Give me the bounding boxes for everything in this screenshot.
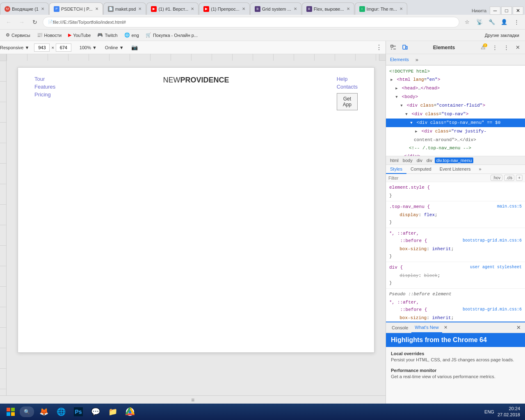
tab-close-btn[interactable]: ✕ bbox=[294, 7, 297, 11]
taskbar-folder[interactable]: 📁 bbox=[105, 404, 121, 419]
inspect-btn[interactable] bbox=[388, 43, 398, 52]
pseudo-selector: *, ::after, ::before { bootstrap-grid.mi… bbox=[389, 299, 522, 313]
devtools-tabs-more[interactable]: » bbox=[413, 57, 421, 63]
tree-comment1[interactable]: <!-- /.top-nav_menu --> bbox=[386, 144, 525, 152]
start-button[interactable] bbox=[2, 404, 20, 419]
get-app-btn[interactable]: Get App bbox=[337, 93, 358, 110]
bottom-panel-close[interactable]: ✕ bbox=[514, 324, 523, 332]
taskbar-search[interactable]: 🔍 bbox=[20, 406, 34, 417]
reload-btn[interactable]: ↻ bbox=[30, 17, 40, 27]
address-bar[interactable]: 📄 file:///E:/Site/To/portfolio/indext.ht… bbox=[43, 17, 459, 27]
tab-close-btn[interactable]: ✕ bbox=[347, 7, 350, 11]
tree-row[interactable]: ▶ <div class="row justify- bbox=[386, 127, 525, 136]
viewport-menu-btn[interactable]: ⋮ bbox=[376, 43, 382, 51]
bookmark-youtube[interactable]: ▶ YouTube bbox=[66, 32, 93, 39]
filter-add[interactable]: + bbox=[516, 175, 523, 181]
pricing-link[interactable]: Pricing bbox=[34, 91, 55, 98]
contacts-link[interactable]: Contacts bbox=[337, 84, 358, 90]
breadcrumb-active[interactable]: div.top-nav_menu bbox=[435, 158, 474, 163]
tab-yt2[interactable]: ▶ (1) Препрос... ✕ bbox=[199, 2, 250, 15]
devtools-more-btn[interactable]: ⋮ bbox=[501, 43, 511, 52]
tree-topnavmenu[interactable]: ▼ <div class="top-nav_menu" == $0 bbox=[386, 119, 525, 127]
taskbar-photoshop[interactable]: Ps bbox=[70, 404, 87, 419]
close-devtools-btn[interactable]: ✕ bbox=[513, 43, 523, 52]
tree-topnav[interactable]: ▼ <div class="top-nav"> bbox=[386, 110, 525, 119]
topnavmenu-source[interactable]: main.css:5 bbox=[497, 203, 522, 210]
zoom-select[interactable]: 100% ▼ bbox=[80, 45, 97, 50]
tree-body[interactable]: ▼ <body> bbox=[386, 93, 525, 101]
breadcrumb-div2[interactable]: div bbox=[425, 158, 434, 163]
help-link[interactable]: Help bbox=[337, 76, 348, 82]
console-tab[interactable]: Console bbox=[388, 322, 411, 333]
account-btn[interactable]: 👤 bbox=[499, 17, 509, 27]
tab-gmail[interactable]: M Входящие (1 ✕ bbox=[0, 2, 49, 15]
features-link[interactable]: Features bbox=[34, 84, 55, 90]
filter-cls[interactable]: .cls bbox=[504, 175, 514, 181]
tab-flex[interactable]: B Flex, вырове... ✕ bbox=[302, 2, 354, 15]
cast-btn[interactable]: 📡 bbox=[474, 17, 485, 27]
event-listeners-tab[interactable]: Event Listeners bbox=[436, 165, 475, 174]
pseudo-source[interactable]: bootstrap-grid.min.css:6 bbox=[463, 306, 522, 313]
tab-close-btn[interactable]: ✕ bbox=[191, 7, 194, 11]
tab-imgur[interactable]: i Imgur: The m... ✕ bbox=[355, 2, 407, 15]
tree-container[interactable]: ▼ <div class="container-fluid"> bbox=[386, 101, 525, 110]
taskbar-file-explorer[interactable]: 🦊 bbox=[36, 404, 52, 419]
settings-btn[interactable]: ⋮ bbox=[490, 43, 500, 52]
tree-doctype[interactable]: <!DOCTYPE html> bbox=[386, 67, 525, 75]
tree-row2[interactable]: content-around">…</div> bbox=[386, 136, 525, 144]
taskbar-chrome[interactable] bbox=[122, 404, 138, 419]
site-body bbox=[18, 114, 374, 352]
width-input[interactable] bbox=[34, 43, 50, 52]
menu-btn[interactable]: ⋮ bbox=[511, 17, 522, 27]
bookmark-pokupka[interactable]: 🛒 Покупка - Онлайн р... bbox=[143, 32, 200, 39]
back-btn[interactable]: ← bbox=[3, 17, 14, 27]
restore-btn[interactable]: □ bbox=[501, 7, 512, 15]
elements-tree[interactable]: <!DOCTYPE html> ▶ <html lang="en"> ▶ <he… bbox=[386, 66, 525, 156]
computed-tab[interactable]: Computed bbox=[406, 165, 436, 174]
breadcrumb-div1[interactable]: div bbox=[415, 158, 424, 163]
bookmark-novosti[interactable]: 📰 Новости bbox=[34, 32, 64, 39]
tab-close-btn[interactable]: ✕ bbox=[95, 7, 98, 11]
forward-btn[interactable]: → bbox=[16, 17, 27, 27]
tab-close-btn[interactable]: ✕ bbox=[138, 7, 142, 11]
taskbar-browser[interactable]: 🌐 bbox=[53, 404, 69, 419]
bookmark-servisy[interactable]: ⚙ Сервисы bbox=[3, 32, 33, 39]
html-tag: <html bbox=[397, 77, 411, 82]
whats-new-tab[interactable]: What's New bbox=[411, 322, 442, 333]
whats-new-item-2-desc: Get a real-time view of various performa… bbox=[391, 374, 520, 380]
tab-maket[interactable]: 📄 maket.psd ✕ bbox=[103, 2, 146, 15]
body-arrow: ▼ bbox=[394, 94, 399, 101]
filter-hov[interactable]: :hov bbox=[491, 175, 502, 181]
tab-bootstrap[interactable]: B Grid system ... ✕ bbox=[250, 2, 301, 15]
close-btn[interactable]: ✕ bbox=[513, 7, 523, 15]
bookmark-twitch[interactable]: 🎮 Twitch bbox=[95, 32, 120, 39]
whats-new-close-x[interactable]: ✕ bbox=[442, 325, 449, 330]
breadcrumb-html[interactable]: html bbox=[388, 158, 400, 163]
tree-divclose[interactable]: </div> bbox=[386, 152, 525, 156]
more-tabs-btn[interactable]: » bbox=[475, 165, 486, 174]
tab-elements[interactable]: Elements bbox=[386, 54, 413, 66]
tab-yt1[interactable]: ▶ (1) #1. Верст... ✕ bbox=[146, 2, 199, 15]
height-input[interactable] bbox=[56, 43, 71, 52]
tab-close-btn[interactable]: ✕ bbox=[242, 7, 245, 11]
before-after-source[interactable]: bootstrap-grid.min.css:6 bbox=[463, 237, 522, 244]
tour-link[interactable]: Tour bbox=[34, 76, 55, 82]
styles-tab[interactable]: Styles bbox=[386, 165, 406, 174]
bookmarks-other[interactable]: Другие закладки bbox=[482, 32, 522, 39]
breadcrumb-body[interactable]: body bbox=[401, 158, 414, 163]
device-toolbar-btn[interactable] bbox=[400, 43, 410, 52]
tree-head[interactable]: ▶ <head>…</head> bbox=[386, 84, 525, 93]
filter-input[interactable] bbox=[388, 176, 491, 180]
bookmark-eng[interactable]: 🌐 eng bbox=[122, 32, 142, 39]
tab-close-btn[interactable]: ✕ bbox=[399, 7, 403, 11]
screenshot-icon[interactable]: 📷 bbox=[131, 44, 138, 50]
bookmark-star-btn[interactable]: ☆ bbox=[462, 17, 472, 27]
minimize-btn[interactable]: ─ bbox=[490, 7, 500, 15]
responsive-select[interactable]: Responsive ▼ bbox=[0, 45, 29, 50]
extensions-btn[interactable]: 🔧 bbox=[486, 17, 497, 27]
tree-html[interactable]: ▶ <html lang="en"> bbox=[386, 75, 525, 84]
tab-close-btn[interactable]: ✕ bbox=[41, 7, 44, 11]
taskbar-telegram[interactable]: 💬 bbox=[87, 404, 104, 419]
online-select[interactable]: Online ▼ bbox=[105, 45, 124, 50]
tab-psdetch[interactable]: P PSDETCH | P... ✕ bbox=[49, 2, 103, 15]
